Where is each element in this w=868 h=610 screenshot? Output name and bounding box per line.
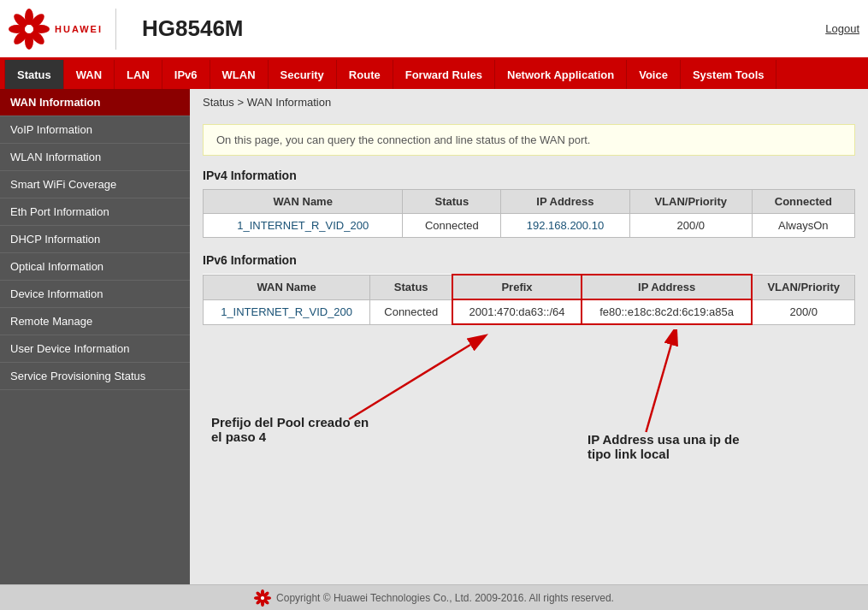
ipv4-vlan-priority: 200/0 — [629, 214, 752, 238]
nav-item-route[interactable]: Route — [337, 60, 393, 89]
svg-point-21 — [261, 595, 264, 599]
ipv4-table-header-row: WAN Name Status IP Address VLAN/Priority… — [204, 190, 855, 214]
ipv6-col-wan-name: WAN Name — [204, 275, 370, 299]
annotation-area: Prefijo del Pool creado enel paso 4 IP A… — [203, 329, 855, 518]
footer-text: Copyright © Huawei Technologies Co., Ltd… — [276, 592, 614, 604]
nav-item-system-tools[interactable]: System Tools — [681, 60, 777, 89]
ipv4-col-status: Status — [403, 190, 501, 214]
ipv6-table: WAN Name Status Prefix IP Address VLAN/P… — [203, 274, 855, 325]
huawei-logo-icon — [9, 9, 50, 50]
ipv6-ip-address: fe80::e18c:8c2d:6c19:a85a — [582, 299, 753, 324]
ipv4-ip-address: 192.168.200.10 — [501, 214, 630, 238]
footer: Copyright © Huawei Technologies Co., Ltd… — [0, 584, 868, 610]
ipv4-status: Connected — [403, 214, 501, 238]
ipv4-col-wan-name: WAN Name — [204, 190, 403, 214]
info-box: On this page, you can query the connecti… — [203, 124, 855, 156]
sidebar-item-remote-manage[interactable]: Remote Manage — [0, 308, 190, 335]
info-message: On this page, you can query the connecti… — [216, 133, 590, 146]
breadcrumb: Status > WAN Information — [190, 89, 868, 115]
ipv4-col-connected: Connected — [752, 190, 854, 214]
ipv6-col-status: Status — [370, 275, 452, 299]
sidebar-item-device-information[interactable]: Device Information — [0, 281, 190, 308]
logout-area: Logout — [825, 22, 859, 35]
ipv6-col-vlan: VLAN/Priority — [752, 275, 854, 299]
main-layout: WAN InformationVoIP InformationWLAN Info… — [0, 89, 868, 584]
model-title: HG8546M — [142, 15, 244, 42]
sidebar-item-service-provisioning-status[interactable]: Service Provisioning Status — [0, 363, 190, 390]
nav-item-security[interactable]: Security — [269, 60, 337, 89]
ipv4-wan-name: 1_INTERNET_R_VID_200 — [204, 214, 403, 238]
header: HUAWEI HG8546M Logout — [0, 0, 868, 60]
ipv4-section-header: IPv4 Information — [203, 169, 855, 182]
svg-point-8 — [25, 25, 33, 33]
sidebar-item-dhcp-information[interactable]: DHCP Information — [0, 226, 190, 253]
content-area: Status > WAN Information On this page, y… — [190, 89, 868, 584]
sidebar-item-smart-wifi-coverage[interactable]: Smart WiFi Coverage — [0, 171, 190, 198]
ipv6-wan-name: 1_INTERNET_R_VID_200 — [204, 299, 370, 324]
nav-item-forward-rules[interactable]: Forward Rules — [393, 60, 495, 89]
logout-button[interactable]: Logout — [825, 22, 859, 35]
content-inner: On this page, you can query the connecti… — [190, 115, 868, 526]
annotation-prefix-label: Prefijo del Pool creado enel paso 4 — [211, 415, 369, 444]
brand-name: HUAWEI — [55, 24, 103, 34]
ipv6-table-row: 1_INTERNET_R_VID_200 Connected 2001:470:… — [204, 299, 855, 324]
sidebar-item-eth-port-information[interactable]: Eth Port Information — [0, 198, 190, 226]
ipv6-col-ip: IP Address — [582, 275, 753, 299]
sidebar-item-wlan-information[interactable]: WLAN Information — [0, 144, 190, 171]
sidebar-item-user-device-information[interactable]: User Device Information — [0, 335, 190, 363]
ipv4-table: WAN Name Status IP Address VLAN/Priority… — [203, 189, 855, 238]
ipv6-vlan-priority: 200/0 — [752, 299, 854, 324]
nav-item-lan[interactable]: LAN — [115, 60, 162, 89]
nav-item-wlan[interactable]: WLAN — [210, 60, 269, 89]
ipv6-section-header: IPv6 Information — [203, 253, 855, 267]
ipv6-status: Connected — [370, 299, 452, 324]
nav-item-status[interactable]: Status — [4, 60, 64, 89]
main-nav: StatusWANLANIPv6WLANSecurityRouteForward… — [0, 60, 868, 89]
footer-logo-icon — [254, 589, 271, 607]
ipv4-col-vlan: VLAN/Priority — [629, 190, 752, 214]
ipv6-prefix: 2001:470:da63::/64 — [452, 299, 582, 324]
logo-area: HUAWEI — [9, 9, 116, 50]
sidebar-item-wan-information[interactable]: WAN Information — [0, 89, 190, 116]
ipv6-col-prefix: Prefix — [452, 275, 582, 299]
svg-line-11 — [349, 345, 470, 419]
sidebar: WAN InformationVoIP InformationWLAN Info… — [0, 89, 190, 584]
ipv4-connected: AlwaysOn — [752, 214, 854, 238]
svg-line-12 — [646, 345, 670, 432]
nav-item-network-application[interactable]: Network Application — [495, 60, 627, 89]
nav-item-ipv6[interactable]: IPv6 — [162, 60, 210, 89]
annotation-ip-label: IP Address usa una ip detipo link local — [588, 432, 740, 461]
nav-item-wan[interactable]: WAN — [64, 60, 115, 89]
sidebar-item-voip-information[interactable]: VoIP Information — [0, 116, 190, 144]
sidebar-item-optical-information[interactable]: Optical Information — [0, 253, 190, 281]
ipv4-col-ip: IP Address — [501, 190, 630, 214]
ipv6-table-header-row: WAN Name Status Prefix IP Address VLAN/P… — [204, 275, 855, 299]
ipv4-table-row: 1_INTERNET_R_VID_200 Connected 192.168.2… — [204, 214, 855, 238]
nav-item-voice[interactable]: Voice — [627, 60, 681, 89]
